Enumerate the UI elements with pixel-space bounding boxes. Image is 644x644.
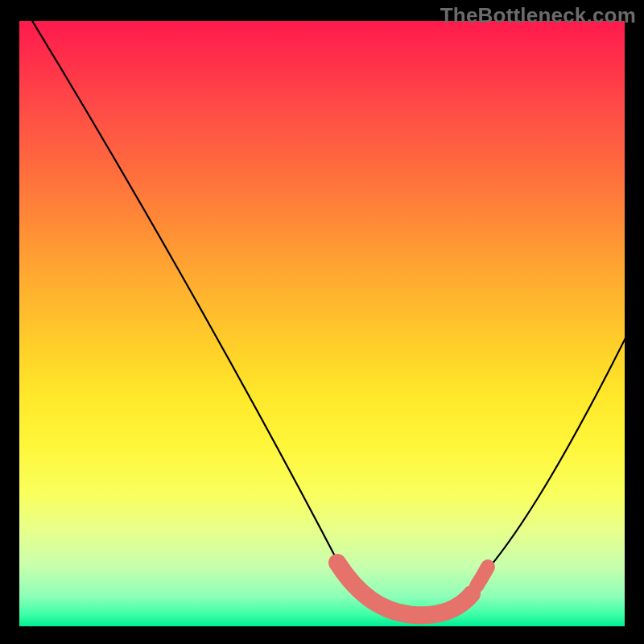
trough-marker-cap: [477, 567, 488, 586]
bottleneck-curve: [19, 21, 625, 626]
chart-frame: TheBottleneck.com: [0, 0, 644, 644]
watermark-text: TheBottleneck.com: [440, 3, 636, 28]
plot-area: [19, 21, 625, 626]
trough-marker: [337, 563, 472, 615]
curve-path: [27, 21, 625, 610]
